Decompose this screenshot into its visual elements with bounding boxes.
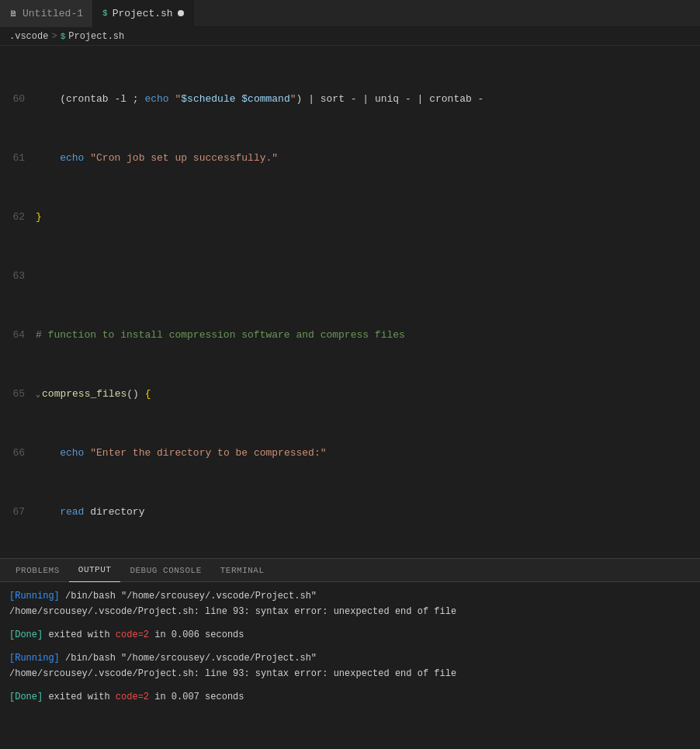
tab-debug-console-label: DEBUG CONSOLE [130, 566, 201, 575]
panel: PROBLEMS OUTPUT DEBUG CONSOLE TERMINAL [… [0, 558, 700, 749]
breadcrumb-vscode[interactable]: .vscode [9, 31, 48, 42]
tab-project-sh-label: Project.sh [113, 8, 173, 19]
sh-icon: $ [102, 9, 108, 18]
output-run2-cmd: [Running] /bin/bash "/home/srcousey/.vsc… [9, 650, 691, 666]
table-row: 65 ⌄compress_files() { [6, 387, 700, 401]
output-run1-error: /home/srcousey/.vscode/Project.sh: line … [9, 604, 691, 619]
table-row: 62 } [6, 210, 700, 224]
tab-problems-label: PROBLEMS [16, 566, 60, 575]
table-row: 63 [6, 269, 700, 283]
tab-output-label: OUTPUT [78, 565, 112, 574]
tab-output[interactable]: OUTPUT [69, 559, 121, 582]
output-blank2 [9, 643, 691, 650]
unsaved-dot [178, 10, 184, 16]
table-row: 61 echo "Cron job set up successfully." [6, 151, 700, 165]
breadcrumb-sh-icon: $ [61, 32, 66, 41]
tab-problems[interactable]: PROBLEMS [6, 559, 69, 582]
output-blank3 [9, 681, 691, 689]
panel-tabs: PROBLEMS OUTPUT DEBUG CONSOLE TERMINAL [0, 559, 700, 582]
tab-untitled-label: Untitled-1 [23, 8, 83, 19]
tab-project-sh[interactable]: $ Project.sh [93, 0, 194, 27]
panel-content: [Running] /bin/bash "/home/srcousey/.vsc… [0, 582, 700, 749]
table-row: 64 # function to install compression sof… [6, 328, 700, 342]
tab-terminal[interactable]: TERMINAL [211, 559, 274, 582]
code-area[interactable]: 60 (crontab -l ; echo "$schedule $comman… [0, 46, 700, 558]
output-blank1 [9, 619, 691, 627]
output-done2: [Done] exited with code=2 in 0.007 secon… [9, 689, 691, 705]
breadcrumb-filename[interactable]: Project.sh [68, 31, 124, 42]
tab-debug-console[interactable]: DEBUG CONSOLE [120, 559, 210, 582]
output-run1-cmd: [Running] /bin/bash "/home/srcousey/.vsc… [9, 588, 691, 604]
file-icon: 🗎 [9, 9, 18, 19]
tab-untitled[interactable]: 🗎 Untitled-1 [0, 0, 93, 27]
editor: 60 (crontab -l ; echo "$schedule $comman… [0, 46, 700, 558]
title-bar: 🗎 Untitled-1 $ Project.sh [0, 0, 700, 27]
table-row: 66 echo "Enter the directory to be compr… [6, 446, 700, 460]
output-done1: [Done] exited with code=2 in 0.006 secon… [9, 627, 691, 643]
breadcrumb: .vscode > $ Project.sh [0, 27, 700, 46]
breadcrumb-sep1: > [51, 31, 57, 42]
tab-terminal-label: TERMINAL [220, 566, 265, 575]
table-row: 67 read directory [6, 505, 700, 519]
table-row: 60 (crontab -l ; echo "$schedule $comman… [6, 92, 700, 106]
output-run2-error: /home/srcousey/.vscode/Project.sh: line … [9, 666, 691, 681]
